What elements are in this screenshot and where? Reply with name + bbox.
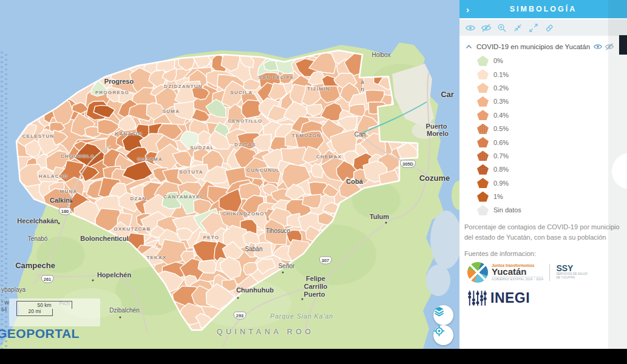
legend-label: 0.6% bbox=[493, 139, 509, 146]
letterbox-bar bbox=[0, 349, 627, 364]
geoportal-logo: GEOPORTAL bbox=[0, 326, 80, 341]
inegi-logo: INEGI bbox=[467, 290, 627, 306]
legend-item: 0.7% bbox=[477, 149, 627, 163]
layer-row[interactable]: COVID-19 en municipios de Yucatán bbox=[459, 36, 627, 54]
legend-label: Sin datos bbox=[493, 206, 521, 214]
legend-item: 0.2% bbox=[477, 81, 627, 95]
coordinate-w: ″ W bbox=[1, 300, 9, 306]
basemap-layers-button[interactable] bbox=[433, 305, 453, 325]
locate-button[interactable] bbox=[433, 325, 453, 345]
ssy-wordmark: SSY bbox=[556, 265, 588, 272]
scale-mi: 20 mi bbox=[16, 309, 53, 316]
legend-label: 0.7% bbox=[493, 152, 509, 160]
legend-swatch bbox=[477, 192, 489, 202]
legend-label: 0% bbox=[493, 57, 503, 64]
zoom-to-layer-icon[interactable] bbox=[497, 23, 507, 33]
legend-label: 0.3% bbox=[493, 98, 509, 105]
bay-espiritu bbox=[426, 265, 450, 296]
layer-show-icon[interactable] bbox=[594, 43, 602, 50]
legend-item: 0.8% bbox=[477, 163, 627, 176]
ssy-subtext: SERVICIOS DE SALUD DE YUCATÁN bbox=[556, 272, 588, 280]
logo-divider bbox=[549, 264, 550, 281]
panel-header: › SIMBOLOGÍA bbox=[459, 0, 627, 18]
panel-title: SIMBOLOGÍA bbox=[459, 5, 627, 13]
legend-label: 0.1% bbox=[493, 71, 509, 78]
symbology-panel: › SIMBOLOGÍA bbox=[459, 0, 627, 349]
hide-all-layers-icon[interactable] bbox=[481, 23, 491, 33]
dark-tab bbox=[619, 35, 627, 55]
legend-swatch bbox=[477, 110, 489, 120]
legend-label: 0.5% bbox=[493, 125, 509, 132]
legend-swatch bbox=[477, 178, 489, 188]
legend-label: 0.8% bbox=[493, 166, 509, 173]
legend-swatch bbox=[477, 69, 489, 79]
legend-item: Sin datos bbox=[477, 203, 627, 217]
legend-swatch bbox=[477, 83, 489, 93]
coordinate-n: 54 bbox=[1, 306, 9, 313]
layers-icon bbox=[433, 305, 445, 317]
sources-label: Fuentes de informacion: bbox=[464, 250, 621, 257]
coordinates-readout: ″ W 54 bbox=[1, 300, 9, 313]
scale-km: 50 km bbox=[16, 301, 72, 309]
expand-all-icon[interactable] bbox=[529, 23, 538, 33]
clear-symbology-icon[interactable] bbox=[544, 23, 554, 33]
legend-swatch bbox=[477, 150, 489, 161]
inegi-abacus-icon bbox=[467, 290, 487, 306]
map-canvas[interactable]: SAN FELIPEPROGRESODZIDZANTUNSUCILATIZIMI… bbox=[0, 0, 459, 349]
legend-item: 1% bbox=[477, 190, 627, 203]
yucatan-emblem-icon bbox=[467, 262, 488, 283]
legend-item: 0% bbox=[477, 54, 627, 67]
legend-item: 0.1% bbox=[477, 67, 627, 81]
collapse-all-icon[interactable] bbox=[513, 23, 523, 33]
legend-swatch bbox=[477, 96, 489, 107]
scale-bar: 50 km 20 mi bbox=[9, 298, 100, 326]
geoportal-app: SAN FELIPEPROGRESODZIDZANTUNSUCILATIZIMI… bbox=[0, 0, 627, 364]
yucatan-government-logo: Juntos transformemos Yucatán GOBIERNO ES… bbox=[467, 262, 627, 283]
legend-swatch bbox=[477, 56, 489, 66]
source-logos: Juntos transformemos Yucatán GOBIERNO ES… bbox=[467, 262, 627, 306]
legend-label: 0.9% bbox=[493, 180, 509, 187]
inegi-wordmark: INEGI bbox=[490, 290, 530, 306]
flats bbox=[412, 122, 438, 139]
legend-swatch bbox=[477, 205, 489, 215]
legend-swatch bbox=[477, 124, 489, 134]
show-all-layers-icon[interactable] bbox=[466, 23, 475, 33]
layer-description: Porcentaje de contagios de COVID-19 por … bbox=[464, 222, 621, 243]
yucatan-wordmark: Yucatán bbox=[492, 268, 543, 276]
chevron-up-icon[interactable] bbox=[466, 44, 472, 49]
legend-label: 0.4% bbox=[493, 112, 509, 119]
symbology-toolbar bbox=[459, 19, 627, 36]
legend-item: 0.6% bbox=[477, 135, 627, 149]
legend-item: 0.9% bbox=[477, 177, 627, 190]
layer-title: COVID-19 en municipios de Yucatán bbox=[476, 43, 590, 50]
collapse-panel-icon[interactable]: › bbox=[466, 4, 469, 15]
legend-item: 0.5% bbox=[477, 122, 627, 135]
municipality-cell[interactable] bbox=[254, 243, 273, 259]
legend-label: 1% bbox=[493, 193, 503, 200]
legend-item: 0.4% bbox=[477, 109, 627, 122]
legend: 0%0.1%0.2%0.3%0.4%0.5%0.6%0.7%0.8%0.9%1%… bbox=[459, 54, 627, 217]
basemap bbox=[0, 0, 459, 349]
yucatan-subtext: GOBIERNO ESTATAL 2018 - 2024 bbox=[492, 277, 543, 281]
legend-swatch bbox=[477, 137, 489, 147]
legend-swatch bbox=[477, 164, 489, 175]
locate-icon bbox=[433, 325, 445, 337]
legend-item: 0.3% bbox=[477, 95, 627, 108]
legend-label: 0.2% bbox=[493, 84, 509, 92]
